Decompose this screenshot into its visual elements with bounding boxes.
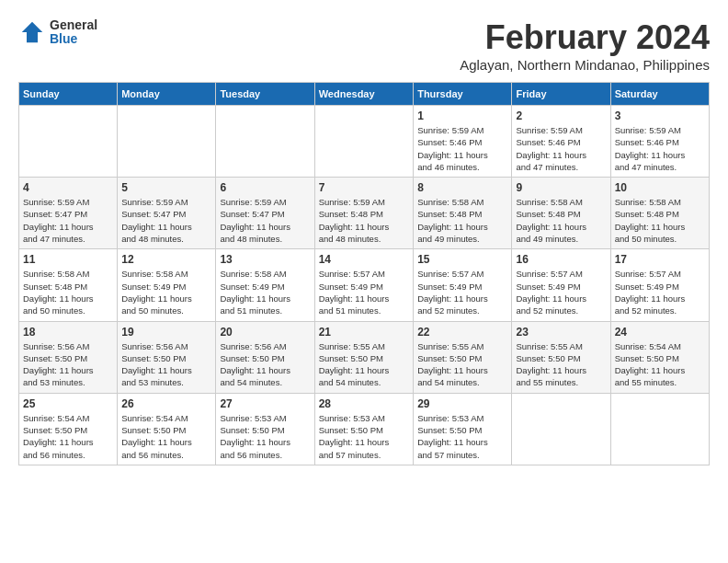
weekday-header-wednesday: Wednesday: [314, 83, 413, 106]
day-info: Sunrise: 5:58 AM Sunset: 5:48 PM Dayligh…: [417, 196, 507, 245]
day-number: 24: [615, 326, 705, 339]
calendar-cell: 28Sunrise: 5:53 AM Sunset: 5:50 PM Dayli…: [314, 393, 413, 465]
day-info: Sunrise: 5:56 AM Sunset: 5:50 PM Dayligh…: [121, 340, 211, 389]
day-number: 3: [615, 109, 705, 122]
day-number: 23: [516, 326, 606, 339]
weekday-header-monday: Monday: [118, 83, 216, 106]
calendar-header: SundayMondayTuesdayWednesdayThursdayFrid…: [19, 83, 710, 106]
location-subtitle: Aglayan, Northern Mindanao, Philippines: [460, 57, 710, 73]
calendar-cell: 4Sunrise: 5:59 AM Sunset: 5:47 PM Daylig…: [19, 178, 118, 249]
day-info: Sunrise: 5:54 AM Sunset: 5:50 PM Dayligh…: [23, 412, 113, 461]
day-number: 8: [417, 181, 507, 194]
calendar-cell: 3Sunrise: 5:59 AM Sunset: 5:46 PM Daylig…: [610, 106, 709, 178]
calendar-week-5: 25Sunrise: 5:54 AM Sunset: 5:50 PM Dayli…: [19, 393, 710, 465]
calendar-cell: 19Sunrise: 5:56 AM Sunset: 5:50 PM Dayli…: [118, 321, 216, 393]
day-info: Sunrise: 5:59 AM Sunset: 5:47 PM Dayligh…: [220, 196, 310, 245]
calendar-cell: [19, 106, 118, 178]
day-info: Sunrise: 5:57 AM Sunset: 5:49 PM Dayligh…: [516, 268, 606, 316]
day-info: Sunrise: 5:58 AM Sunset: 5:48 PM Dayligh…: [516, 196, 606, 245]
calendar-week-4: 18Sunrise: 5:56 AM Sunset: 5:50 PM Dayli…: [19, 321, 710, 393]
calendar-cell: 17Sunrise: 5:57 AM Sunset: 5:49 PM Dayli…: [610, 249, 709, 321]
day-number: 11: [23, 253, 113, 266]
logo: General Blue: [18, 18, 97, 47]
weekday-header-sunday: Sunday: [19, 83, 118, 106]
day-number: 21: [319, 326, 409, 339]
calendar-cell: [118, 106, 216, 178]
day-info: Sunrise: 5:59 AM Sunset: 5:46 PM Dayligh…: [417, 124, 507, 173]
weekday-header-tuesday: Tuesday: [216, 83, 314, 106]
calendar-cell: [216, 106, 314, 178]
day-number: 5: [121, 181, 211, 194]
day-info: Sunrise: 5:57 AM Sunset: 5:49 PM Dayligh…: [615, 268, 705, 316]
weekday-header-thursday: Thursday: [414, 83, 512, 106]
calendar-cell: 8Sunrise: 5:58 AM Sunset: 5:48 PM Daylig…: [414, 178, 512, 249]
day-number: 26: [121, 397, 211, 410]
calendar-cell: 16Sunrise: 5:57 AM Sunset: 5:49 PM Dayli…: [512, 249, 610, 321]
logo-icon: [18, 18, 46, 46]
day-info: Sunrise: 5:53 AM Sunset: 5:50 PM Dayligh…: [417, 412, 507, 461]
weekday-header-friday: Friday: [512, 83, 610, 106]
calendar-cell: 12Sunrise: 5:58 AM Sunset: 5:49 PM Dayli…: [118, 249, 216, 321]
day-info: Sunrise: 5:55 AM Sunset: 5:50 PM Dayligh…: [417, 340, 507, 389]
calendar-cell: 1Sunrise: 5:59 AM Sunset: 5:46 PM Daylig…: [414, 106, 512, 178]
svg-marker-0: [22, 22, 43, 43]
calendar-cell: 21Sunrise: 5:55 AM Sunset: 5:50 PM Dayli…: [314, 321, 413, 393]
calendar-cell: 15Sunrise: 5:57 AM Sunset: 5:49 PM Dayli…: [414, 249, 512, 321]
calendar-cell: 29Sunrise: 5:53 AM Sunset: 5:50 PM Dayli…: [414, 393, 512, 465]
day-number: 7: [319, 181, 409, 194]
title-area: February 2024 Aglayan, Northern Mindanao…: [460, 18, 710, 73]
page-header: General Blue February 2024 Aglayan, Nort…: [18, 18, 710, 73]
day-info: Sunrise: 5:59 AM Sunset: 5:47 PM Dayligh…: [121, 196, 211, 245]
day-info: Sunrise: 5:59 AM Sunset: 5:47 PM Dayligh…: [23, 196, 113, 245]
day-number: 1: [417, 109, 507, 122]
day-number: 13: [220, 253, 310, 266]
calendar-cell: [512, 393, 610, 465]
day-number: 17: [615, 253, 705, 266]
day-info: Sunrise: 5:58 AM Sunset: 5:48 PM Dayligh…: [23, 268, 113, 316]
day-number: 4: [23, 181, 113, 194]
logo-text: General Blue: [50, 18, 97, 47]
day-number: 9: [516, 181, 606, 194]
day-info: Sunrise: 5:58 AM Sunset: 5:49 PM Dayligh…: [121, 268, 211, 316]
calendar-table: SundayMondayTuesdayWednesdayThursdayFrid…: [18, 82, 710, 465]
calendar-cell: 22Sunrise: 5:55 AM Sunset: 5:50 PM Dayli…: [414, 321, 512, 393]
day-number: 29: [417, 397, 507, 410]
calendar-cell: 11Sunrise: 5:58 AM Sunset: 5:48 PM Dayli…: [19, 249, 118, 321]
day-number: 12: [121, 253, 211, 266]
calendar-cell: 6Sunrise: 5:59 AM Sunset: 5:47 PM Daylig…: [216, 178, 314, 249]
weekday-header-saturday: Saturday: [610, 83, 709, 106]
calendar-week-2: 4Sunrise: 5:59 AM Sunset: 5:47 PM Daylig…: [19, 178, 710, 249]
day-info: Sunrise: 5:55 AM Sunset: 5:50 PM Dayligh…: [319, 340, 409, 389]
calendar-cell: 20Sunrise: 5:56 AM Sunset: 5:50 PM Dayli…: [216, 321, 314, 393]
day-number: 14: [319, 253, 409, 266]
calendar-cell: 13Sunrise: 5:58 AM Sunset: 5:49 PM Dayli…: [216, 249, 314, 321]
calendar-week-3: 11Sunrise: 5:58 AM Sunset: 5:48 PM Dayli…: [19, 249, 710, 321]
day-number: 22: [417, 326, 507, 339]
day-info: Sunrise: 5:56 AM Sunset: 5:50 PM Dayligh…: [23, 340, 113, 389]
calendar-cell: 9Sunrise: 5:58 AM Sunset: 5:48 PM Daylig…: [512, 178, 610, 249]
day-number: 10: [615, 181, 705, 194]
calendar-cell: 10Sunrise: 5:58 AM Sunset: 5:48 PM Dayli…: [610, 178, 709, 249]
day-info: Sunrise: 5:59 AM Sunset: 5:46 PM Dayligh…: [615, 124, 705, 173]
day-number: 25: [23, 397, 113, 410]
calendar-cell: 25Sunrise: 5:54 AM Sunset: 5:50 PM Dayli…: [19, 393, 118, 465]
day-info: Sunrise: 5:57 AM Sunset: 5:49 PM Dayligh…: [319, 268, 409, 316]
calendar-cell: 7Sunrise: 5:59 AM Sunset: 5:48 PM Daylig…: [314, 178, 413, 249]
calendar-cell: 26Sunrise: 5:54 AM Sunset: 5:50 PM Dayli…: [118, 393, 216, 465]
calendar-cell: 2Sunrise: 5:59 AM Sunset: 5:46 PM Daylig…: [512, 106, 610, 178]
day-info: Sunrise: 5:54 AM Sunset: 5:50 PM Dayligh…: [121, 412, 211, 461]
calendar-cell: 18Sunrise: 5:56 AM Sunset: 5:50 PM Dayli…: [19, 321, 118, 393]
day-info: Sunrise: 5:55 AM Sunset: 5:50 PM Dayligh…: [516, 340, 606, 389]
logo-blue: Blue: [50, 32, 97, 46]
calendar-cell: [610, 393, 709, 465]
day-number: 16: [516, 253, 606, 266]
calendar-cell: [314, 106, 413, 178]
weekday-header-row: SundayMondayTuesdayWednesdayThursdayFrid…: [19, 83, 710, 106]
day-info: Sunrise: 5:59 AM Sunset: 5:46 PM Dayligh…: [516, 124, 606, 173]
calendar-cell: 23Sunrise: 5:55 AM Sunset: 5:50 PM Dayli…: [512, 321, 610, 393]
day-number: 20: [220, 326, 310, 339]
calendar-cell: 5Sunrise: 5:59 AM Sunset: 5:47 PM Daylig…: [118, 178, 216, 249]
logo-general: General: [50, 18, 97, 32]
day-info: Sunrise: 5:58 AM Sunset: 5:48 PM Dayligh…: [615, 196, 705, 245]
day-number: 2: [516, 109, 606, 122]
